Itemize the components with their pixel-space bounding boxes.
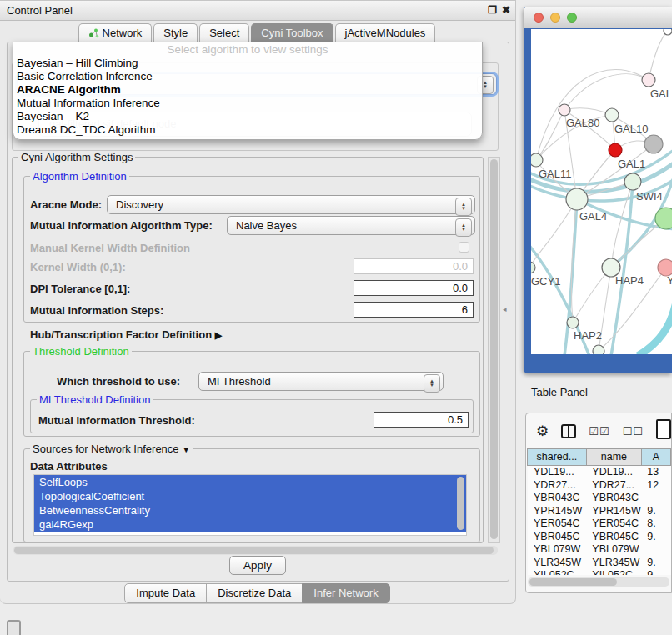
expand-right-icon: ▶ [215,330,222,340]
table-cell: 8. [641,518,671,531]
table-cell: 9. [641,557,671,570]
network-node-gal4[interactable] [566,188,588,210]
algorithm-dropdown-popup: Select algorithm to view settings Bayesi… [13,42,483,140]
hub-definition-toggle[interactable]: Hub/Transcription Factor Definition ▶ [30,328,222,341]
column-header-shared[interactable]: shared... [527,448,587,466]
network-node-gal[interactable] [642,73,655,87]
network-node-hap2[interactable] [567,317,579,328]
kernel-width-field[interactable]: 0.0 [354,258,474,274]
list-item-gal4rgexp[interactable]: gal4RGexp [34,518,466,532]
document-icon[interactable] [656,419,671,439]
combo-stepper-icon[interactable]: ▲▼ [455,198,472,216]
table-cell: YIL052C [586,569,641,575]
combo-stepper-icon[interactable]: ▲▼ [424,374,440,392]
scrollbar-thumb[interactable] [14,547,494,554]
sources-group-title[interactable]: Sources for Network Inference ▼ [30,442,193,455]
network-node[interactable] [644,135,663,153]
table-cell: YDL19... [586,466,641,479]
table-cell: YDR27... [586,479,641,492]
node-label-y: Y [667,274,672,287]
network-node-gal1[interactable] [609,143,622,157]
dropdown-item-bayesian-hill-climbing[interactable]: Bayesian – Hill Climbing [13,57,482,70]
table-row[interactable]: YIL052CYIL052C9. [528,569,671,575]
table-row[interactable]: YPR145WYPR145W9. [528,505,671,518]
network-node[interactable] [655,208,672,229]
tab-jactivemnodules[interactable]: jActiveMNodules [335,23,436,42]
table-cell: YIL052C [528,569,586,575]
table-cell: 9. [641,531,671,544]
table-row[interactable]: YER054CYER054C8. [528,518,671,531]
network-window-titlebar[interactable] [524,7,672,28]
float-panel-icon[interactable]: ❐ [488,4,497,16]
aracne-mode-label: Aracne Mode: [30,198,102,211]
list-item-betweennesscentrality[interactable]: BetweennessCentrality [34,503,466,518]
close-panel-icon[interactable]: ✖ [502,4,510,16]
mi-type-label: Mutual Information Algorithm Type: [30,219,213,232]
table-row[interactable]: YDL19...YDL19...13 [528,466,671,479]
scrollbar-thumb[interactable] [490,159,498,539]
algorithm-definition-title: Algorithm Definition [30,170,129,182]
table-row[interactable]: YBR045CYBR045C9. [528,531,671,544]
mi-steps-field[interactable]: 6 [354,302,474,318]
network-node[interactable] [593,345,604,354]
network-node-y[interactable] [658,259,672,276]
dropdown-item-aracne-algorithm[interactable]: ARACNE Algorithm [13,83,482,97]
list-scrollbar-thumb[interactable] [457,477,464,530]
dpi-tolerance-field[interactable]: 0.0 [354,280,474,296]
sources-title-label: Sources for Network Inference [33,442,179,455]
network-node-swi4[interactable] [624,173,641,190]
checked-pair-icon[interactable]: ☑☑ [589,425,609,438]
aracne-mode-combobox[interactable]: Discovery ▲▼ [107,195,475,214]
tab-impute-data[interactable]: Impute Data [124,583,207,603]
which-threshold-combobox[interactable]: MI Threshold ▲▼ [198,372,444,391]
table-cell: YBL079W [528,543,586,557]
tab-cyni-toolbox[interactable]: Cyni Toolbox [251,23,333,42]
manual-kernel-checkbox[interactable] [459,242,469,252]
dropdown-item-basic-correlation-inference[interactable]: Basic Correlation Inference [13,70,482,83]
kernel-width-label: Kernel Width (0,1): [30,261,126,273]
data-attributes-list[interactable]: SelfLoopsTopologicalCoefficientBetweenne… [33,474,467,536]
tab-select[interactable]: Select [199,23,249,42]
mi-type-combobox[interactable]: Naive Bayes ▲▼ [227,216,475,235]
split-view-icon[interactable] [561,424,576,438]
close-window-icon[interactable] [534,12,544,22]
network-canvas[interactable]: GALGAL80GAL10GAL1GAL11SWI4GAL4GCY1HAP4YH… [531,29,672,354]
combo-stepper-icon[interactable]: ▲▼ [455,218,472,237]
list-item-topologicalcoefficient[interactable]: TopologicalCoefficient [34,489,466,503]
tab-network[interactable]: Network [78,23,153,42]
dropdown-item-bayesian-k2[interactable]: Bayesian – K2 [13,110,482,123]
settings-gear-icon[interactable]: ⚙ [536,424,549,438]
dropdown-item-dream8-dc-tdc-algorithm[interactable]: Dream8 DC_TDC Algorithm [13,123,482,137]
network-view-window[interactable]: GALGAL80GAL10GAL1GAL11SWI4GAL4GCY1HAP4YH… [524,7,672,373]
list-item-selfloops[interactable]: SelfLoops [34,475,466,489]
column-header-name[interactable]: name [586,448,642,466]
mi-threshold-field[interactable]: 0.5 [374,412,469,428]
network-node-gal80[interactable] [559,104,570,116]
splitter-collapse-icon[interactable]: ◂ [503,305,507,313]
table-row[interactable]: YDR27...YDR27...12 [528,479,671,492]
tab-label: Cyni Toolbox [261,27,323,39]
network-node[interactable] [664,29,672,35]
network-node-gcy1[interactable] [531,262,535,273]
table-cell: YBR043C [528,492,586,505]
unchecked-pair-icon[interactable]: ☐☐ [623,425,644,438]
tab-discretize-data[interactable]: Discretize Data [206,583,303,603]
node-label-gal: GAL [650,88,672,100]
scrollbar-thumb[interactable] [529,578,617,586]
column-header-a[interactable]: A [641,448,671,466]
apply-button[interactable]: Apply [229,556,286,575]
network-node-gal10[interactable] [605,108,619,122]
tab-infer-network[interactable]: Infer Network [302,583,389,603]
table-horizontal-scrollbar[interactable] [528,578,669,587]
minimized-panel-icon[interactable] [7,620,21,635]
network-node-gal11[interactable] [531,153,543,167]
settings-vertical-scrollbar[interactable] [488,157,500,543]
tab-style[interactable]: Style [153,23,198,42]
minimize-window-icon[interactable] [550,12,560,22]
table-row[interactable]: YLR345WYLR345W9. [528,557,671,570]
table-row[interactable]: YBR043CYBR043C [528,492,671,505]
zoom-window-icon[interactable] [567,12,577,22]
table-row[interactable]: YBL079WYBL079W [528,543,671,557]
dropdown-item-mutual-information-inference[interactable]: Mutual Information Inference [13,97,482,110]
settings-horizontal-scrollbar[interactable] [13,546,498,555]
